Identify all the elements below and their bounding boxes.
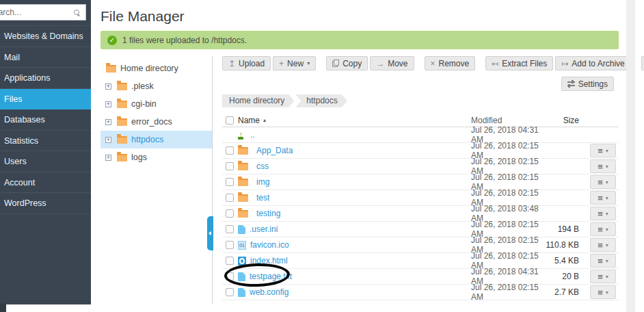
search-input[interactable] [0,8,74,17]
row-menu-button[interactable]: ≡▾ [590,175,616,189]
settings-button[interactable]: Settings [561,77,614,91]
copy-button[interactable]: Copy [326,56,368,70]
folder-link[interactable]: img [256,177,269,187]
row-checkbox[interactable] [226,146,234,155]
row-checkbox[interactable] [226,209,234,218]
row-checkbox[interactable] [226,162,234,170]
table-row-css[interactable]: css Jul 26, 2018 02:15 AM ≡▾ [222,159,619,174]
breadcrumb-home-directory[interactable]: Home directory [222,94,294,107]
table-row-user-ini[interactable]: .user.ini Jul 26, 2018 02:15 AM 194 B ≡▾ [222,222,619,237]
table-row-index-html[interactable]: index.html Jul 26, 2018 02:15 AM 5.4 KB … [222,253,619,269]
folder-link[interactable]: testing [256,209,280,218]
row-checkbox[interactable] [226,178,234,186]
expand-plus-icon[interactable]: + [105,119,111,125]
row-checkbox[interactable] [226,194,234,202]
sidebar-item-mail[interactable]: Mail [0,47,91,68]
row-menu-button[interactable]: ≡▾ [590,254,616,268]
add-to-archive-button[interactable]: ↦ Add to Archive [555,56,630,70]
file-link[interactable]: index.html [250,256,288,265]
move-button[interactable]: → Move [370,56,414,70]
row-menu-button[interactable]: ≡▾ [590,191,616,205]
row-menu-button[interactable]: ≡▾ [590,207,616,220]
table-row-img[interactable]: img Jul 26, 2018 02:15 AM ≡▾ [222,174,619,190]
table-row-favicon-ico[interactable]: favicon.ico Jul 26, 2018 02:15 AM 110.8 … [222,237,619,253]
row-menu-button[interactable]: ≡▾ [590,285,616,299]
tree-item-error-docs[interactable]: + error_docs [100,113,212,131]
sliders-icon [567,81,575,87]
file-link[interactable]: testpage.txt [250,272,292,281]
expand-plus-icon[interactable]: + [105,83,111,90]
expand-plus-icon[interactable]: + [105,155,111,161]
chevron-down-icon: ▾ [606,226,608,233]
sidebar-item-applications[interactable]: Applications [0,68,91,89]
directory-tree: Home directory + .plesk + cgi-bin + erro… [100,56,213,304]
tree-item-httpdocs[interactable]: + httpdocs [100,131,212,148]
row-checkbox[interactable] [226,225,234,233]
table-row-testing[interactable]: testing Jul 26, 2018 03:48 AM ≡▾ [222,206,619,222]
expand-plus-icon[interactable]: + [105,101,111,107]
chevron-down-icon: ▾ [606,148,608,154]
modified-column-header[interactable]: Modified [471,116,545,125]
up-level-link[interactable]: .. [250,130,255,140]
tree-collapse-handle[interactable] [207,216,213,250]
sidebar-item-account[interactable]: Account [0,172,91,194]
file-link[interactable]: .user.ini [250,224,278,234]
folder-icon [238,210,248,218]
html-file-icon [238,257,246,265]
row-menu-button[interactable]: ≡▾ [590,270,616,283]
extract-icon: ↤ [492,59,498,68]
extract-files-button[interactable]: ↤ Extract Files [485,56,553,70]
row-checkbox[interactable] [226,241,234,249]
sidebar-item-databases[interactable]: Databases [0,109,91,131]
select-all-checkbox[interactable] [226,116,234,125]
scrollbar-track[interactable] [626,0,635,312]
folder-icon [117,154,127,161]
sidebar-item-wordpress[interactable]: WordPress [0,193,91,214]
row-menu-button[interactable]: ≡▾ [590,159,616,173]
table-row-test[interactable]: test Jul 26, 2018 02:15 AM ≡▾ [222,190,619,206]
sidebar-item-statistics[interactable]: Statistics [0,131,91,152]
menu-bars-icon: ≡ [598,257,603,265]
sidebar-item-websites-domains[interactable]: Websites & Domains [0,26,91,47]
tree-item-home-directory[interactable]: Home directory [100,60,212,77]
folder-icon [117,118,127,126]
row-menu-button[interactable]: ≡▾ [590,144,616,157]
file-link[interactable]: web.config [250,287,289,297]
file-link[interactable]: favicon.ico [250,240,289,250]
sidebar-item-users[interactable]: Users [0,151,91,172]
row-menu-button[interactable]: ≡▾ [590,238,616,252]
search-icon[interactable] [74,10,80,16]
plus-icon: + [279,59,284,68]
size-column-header[interactable]: Size [545,116,583,125]
remove-button[interactable]: × Remove [425,56,476,70]
table-row-up-level[interactable]: .. Jul 26, 2018 04:31 AM [222,127,619,143]
table-row-app-data[interactable]: App_Data Jul 26, 2018 02:15 AM ≡▾ [222,143,619,159]
sidebar-corner-fragment [0,304,6,312]
tree-item-logs[interactable]: + logs [100,148,212,166]
row-checkbox[interactable] [226,257,234,265]
tree-item-label: Home directory [120,64,178,73]
row-checkbox[interactable] [226,288,234,296]
name-column-header[interactable]: Name ▴ [234,116,471,125]
settings-row: Settings [222,77,619,90]
tree-item-cgi-bin[interactable]: + cgi-bin [100,95,212,113]
up-level-icon [238,131,246,140]
upload-button[interactable]: ↥ Upload [222,56,271,70]
row-checkbox[interactable] [226,272,234,281]
new-button[interactable]: + New ▾ [273,56,316,70]
expand-plus-icon[interactable]: + [105,137,111,143]
table-row-testpage-txt[interactable]: testpage.txt Jul 26, 2018 04:31 AM 20 B … [222,269,619,285]
row-menu-button[interactable]: ≡▾ [590,222,616,236]
breadcrumb: Home directory httpdocs [222,94,619,107]
folder-link[interactable]: css [256,161,269,171]
chevron-down-icon: ▾ [606,211,608,217]
sidebar-item-files[interactable]: Files [0,89,91,110]
folder-link[interactable]: test [256,193,269,203]
breadcrumb-httpdocs[interactable]: httpdocs [295,94,347,107]
menu-bars-icon: ≡ [598,225,603,234]
table-row-web-config[interactable]: web.config Jul 26, 2018 02:15 AM 2.7 KB … [222,285,619,300]
folder-link[interactable]: App_Data [256,146,293,155]
more-button[interactable]: More ▾ [641,56,644,70]
search-box[interactable] [0,4,86,21]
tree-item-plesk[interactable]: + .plesk [100,77,212,95]
